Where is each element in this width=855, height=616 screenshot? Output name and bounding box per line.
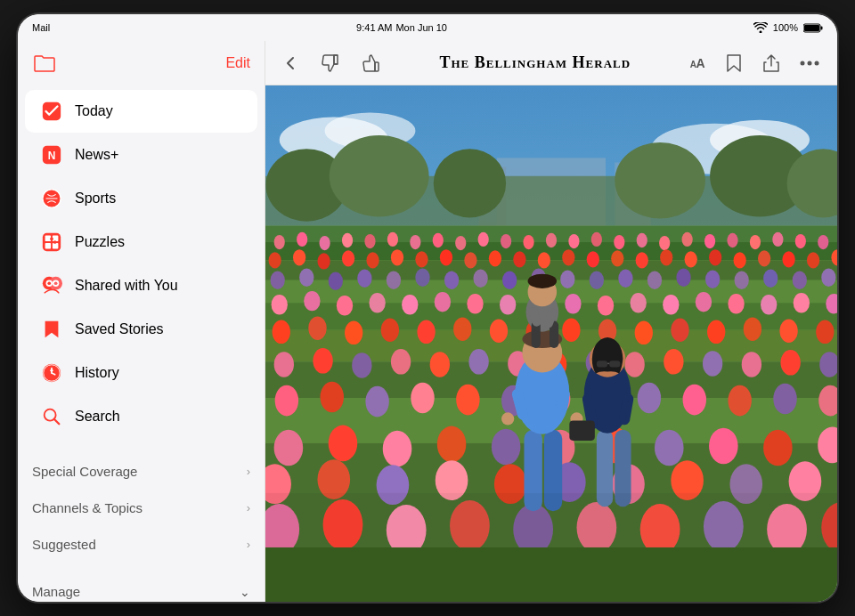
svg-line-28 [54, 419, 60, 425]
svg-point-167 [468, 349, 488, 374]
manage-header[interactable]: Manage ⌄ [18, 573, 265, 602]
sidebar-item-history[interactable]: History [25, 352, 257, 394]
svg-point-117 [618, 270, 632, 288]
svg-rect-32 [375, 62, 379, 71]
svg-point-35 [815, 61, 819, 65]
sidebar-item-search[interactable]: Search [25, 395, 257, 438]
svg-point-63 [478, 232, 489, 247]
svg-point-62 [455, 236, 466, 250]
toolbar-left [280, 50, 385, 77]
bookmark-button[interactable] [721, 50, 746, 77]
svg-point-70 [637, 233, 647, 247]
svg-point-86 [415, 251, 428, 267]
svg-point-148 [381, 319, 399, 342]
svg-point-128 [337, 296, 353, 315]
svg-rect-245 [609, 361, 620, 367]
svg-rect-11 [45, 243, 51, 248]
sidebar-item-puzzles[interactable]: Puzzles [25, 221, 257, 263]
svg-point-83 [342, 250, 354, 266]
svg-point-174 [742, 352, 761, 377]
back-button[interactable] [280, 52, 303, 75]
sidebar-item-saved[interactable]: Saved Stories [25, 308, 257, 351]
font-size-button[interactable]: AA [686, 53, 709, 73]
more-button[interactable] [796, 57, 823, 69]
suggested-section[interactable]: Suggested › [18, 526, 265, 563]
svg-point-85 [391, 249, 403, 265]
svg-point-88 [464, 252, 476, 268]
svg-point-91 [538, 252, 550, 268]
svg-point-20 [54, 281, 58, 285]
svg-point-158 [744, 317, 761, 340]
svg-rect-31 [334, 55, 338, 64]
svg-point-77 [795, 234, 806, 248]
thumbs-down-button[interactable] [317, 50, 344, 77]
status-center: 9:41 AM Mon Jun 10 [356, 22, 447, 33]
svg-point-68 [591, 232, 602, 247]
svg-point-164 [352, 353, 371, 377]
search-label: Search [75, 409, 120, 425]
svg-point-110 [415, 269, 429, 287]
svg-point-87 [440, 249, 452, 265]
svg-point-179 [321, 382, 344, 413]
svg-point-137 [631, 293, 647, 312]
status-left: Mail [32, 22, 50, 33]
manage-label: Manage [32, 584, 80, 599]
sidebar-item-today[interactable]: Today [25, 90, 257, 133]
svg-point-159 [779, 320, 797, 343]
svg-point-59 [387, 232, 398, 247]
sidebar: Edit Today [18, 41, 265, 602]
svg-point-90 [513, 251, 525, 267]
sidebar-item-shared[interactable]: Shared with You [25, 264, 257, 307]
channels-topics-chevron: › [247, 501, 250, 515]
special-coverage-section[interactable]: Special Coverage › [18, 453, 265, 490]
svg-point-81 [293, 249, 305, 265]
svg-point-162 [274, 352, 294, 377]
svg-point-64 [501, 234, 511, 248]
svg-point-102 [807, 252, 819, 268]
today-icon [39, 99, 64, 124]
article-image [265, 85, 837, 602]
svg-point-175 [780, 350, 800, 375]
ipad-screen: Mail 9:41 AM Mon Jun 10 100% [18, 14, 837, 602]
battery-icon [803, 23, 823, 33]
channels-topics-section[interactable]: Channels & Topics › [18, 490, 265, 526]
svg-point-157 [707, 320, 725, 344]
search-nav-icon [39, 404, 64, 429]
svg-point-73 [704, 234, 715, 248]
svg-point-131 [435, 292, 451, 312]
sidebar-header: Edit [18, 41, 265, 85]
svg-point-153 [562, 319, 580, 342]
shared-icon [39, 273, 64, 298]
svg-point-98 [709, 249, 721, 265]
svg-rect-1 [821, 26, 823, 29]
sidebar-item-newsplus[interactable]: N News+ [25, 134, 257, 176]
svg-point-155 [635, 321, 653, 344]
folder-icon[interactable] [32, 51, 57, 76]
share-button[interactable] [759, 50, 784, 77]
svg-point-112 [473, 270, 487, 288]
svg-point-47 [434, 149, 506, 217]
svg-point-165 [391, 349, 411, 374]
edit-button[interactable]: Edit [225, 55, 250, 71]
svg-point-105 [271, 272, 285, 289]
svg-point-123 [793, 272, 807, 289]
svg-point-127 [304, 291, 320, 311]
svg-point-71 [659, 236, 670, 250]
svg-point-156 [671, 319, 688, 342]
article-source-title: The Bellingham Herald [385, 53, 686, 72]
svg-point-166 [430, 352, 450, 377]
svg-point-48 [615, 142, 705, 218]
svg-point-93 [587, 251, 599, 267]
svg-point-66 [546, 233, 557, 247]
svg-point-34 [808, 61, 812, 65]
svg-rect-9 [45, 236, 51, 241]
svg-point-111 [444, 272, 459, 289]
sidebar-item-sports[interactable]: Sports [25, 177, 257, 220]
svg-point-96 [660, 249, 672, 265]
svg-rect-12 [53, 243, 58, 248]
svg-point-97 [685, 251, 697, 267]
thumbs-up-button[interactable] [358, 50, 385, 77]
svg-point-119 [676, 269, 690, 287]
svg-point-75 [750, 235, 761, 249]
svg-point-193 [329, 426, 358, 462]
